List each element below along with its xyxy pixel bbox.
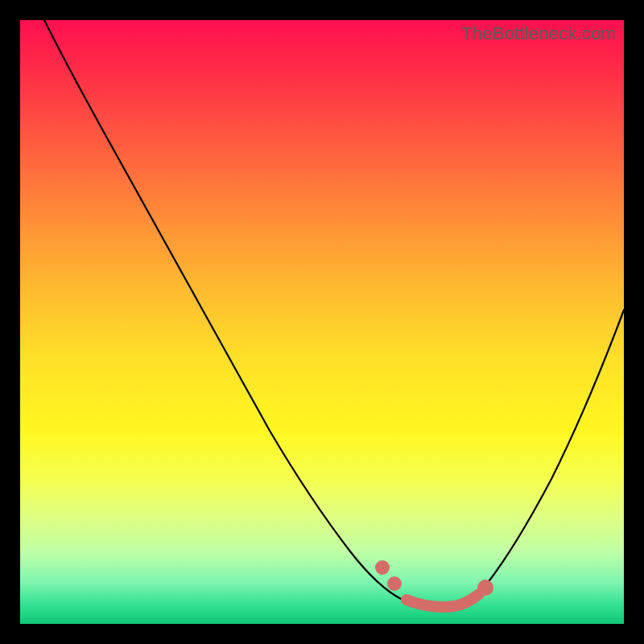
chart-svg: [20, 20, 624, 624]
marker-dot: [387, 576, 402, 591]
bottleneck-curve: [44, 20, 624, 607]
marker-dot: [375, 560, 390, 575]
watermark-text: TheBottleneck.com: [461, 23, 616, 44]
marker-segment: [407, 594, 479, 607]
chart-frame: TheBottleneck.com: [20, 20, 624, 624]
